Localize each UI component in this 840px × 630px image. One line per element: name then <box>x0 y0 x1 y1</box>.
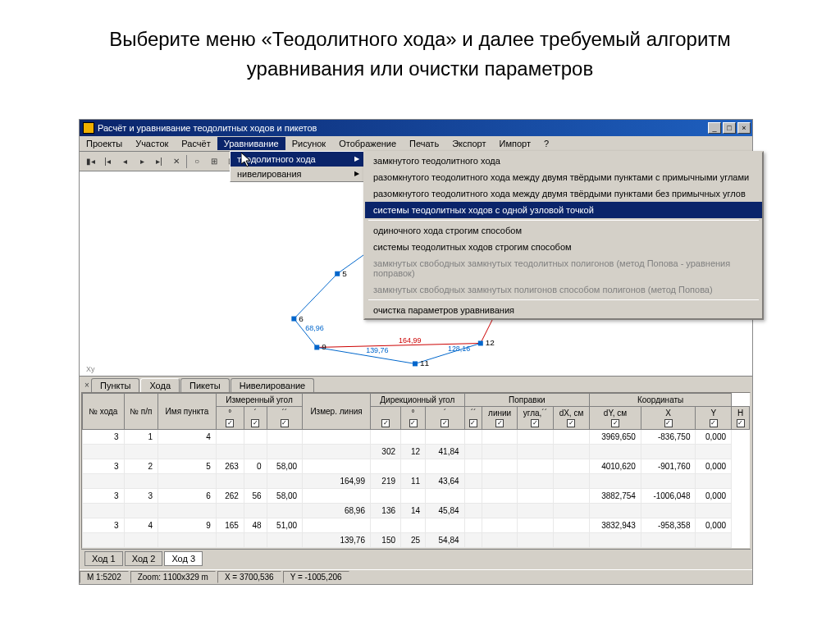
cell[interactable]: 25 <box>401 533 426 548</box>
cell[interactable] <box>401 430 426 445</box>
cell[interactable]: 1 <box>124 430 158 445</box>
cell[interactable] <box>553 489 589 504</box>
cell[interactable] <box>244 533 267 548</box>
cell[interactable] <box>426 489 464 504</box>
cell[interactable] <box>482 504 518 518</box>
cell[interactable] <box>464 445 482 459</box>
cell[interactable] <box>641 445 696 459</box>
cell[interactable] <box>401 459 426 474</box>
cell[interactable]: 165 <box>216 518 244 533</box>
cell[interactable] <box>303 459 371 474</box>
hod-tab[interactable]: Ход 1 <box>84 551 123 566</box>
cell[interactable] <box>553 474 589 489</box>
cell[interactable] <box>267 445 303 459</box>
cell[interactable] <box>553 533 589 548</box>
cell[interactable] <box>553 445 589 459</box>
cell[interactable] <box>158 504 217 518</box>
cell[interactable]: 4 <box>158 430 217 445</box>
cell[interactable]: 0,000 <box>696 489 732 504</box>
cell[interactable]: 3 <box>83 518 125 533</box>
cell[interactable] <box>517 518 553 533</box>
close-button[interactable]: × <box>737 122 751 134</box>
cell[interactable] <box>464 430 482 445</box>
cell[interactable]: -836,750 <box>641 430 696 445</box>
menu-импорт[interactable]: Импорт <box>492 137 536 150</box>
cell[interactable]: 11 <box>401 474 426 489</box>
menu-расчёт[interactable]: Расчёт <box>175 137 217 150</box>
menu-проекты[interactable]: Проекты <box>80 137 129 150</box>
cell[interactable] <box>371 459 401 474</box>
minimize-button[interactable]: _ <box>708 122 721 134</box>
cell[interactable]: 219 <box>371 474 401 489</box>
cell[interactable] <box>590 533 641 548</box>
menu-печать[interactable]: Печать <box>403 137 445 150</box>
menu-?[interactable]: ? <box>537 137 555 150</box>
table-row[interactable]: 3362625658,003882,754-1006,0480,000 <box>83 489 750 504</box>
cell[interactable] <box>216 445 244 459</box>
cell[interactable] <box>83 445 125 459</box>
submenu-item[interactable]: разомкнутого теодолитного хода между дву… <box>365 169 762 185</box>
dropdown-item[interactable]: нивелирования▶ <box>231 167 364 181</box>
cell[interactable]: 14 <box>401 504 426 518</box>
cell[interactable]: 0 <box>244 459 267 474</box>
cell[interactable] <box>696 504 732 518</box>
cell[interactable] <box>303 430 371 445</box>
cell[interactable] <box>482 518 518 533</box>
cell[interactable]: 5 <box>158 459 217 474</box>
cell[interactable]: 139,76 <box>303 533 371 548</box>
cell[interactable]: 4 <box>124 518 158 533</box>
cell[interactable]: 0,000 <box>696 459 732 474</box>
cell[interactable] <box>464 474 482 489</box>
cell[interactable] <box>426 518 464 533</box>
table-row[interactable]: 325263058,004010,620-901,7600,000 <box>83 459 750 474</box>
nav-last-button[interactable]: ✕ <box>169 154 184 169</box>
cell[interactable]: 51,00 <box>267 518 303 533</box>
cell[interactable]: 3 <box>83 459 125 474</box>
cell[interactable]: 43,64 <box>426 474 464 489</box>
cell[interactable]: 3832,943 <box>590 518 641 533</box>
cell[interactable]: 150 <box>371 533 401 548</box>
cell[interactable]: 68,96 <box>303 504 371 518</box>
menu-уравнивание[interactable]: Уравнивание <box>217 137 285 150</box>
submenu-item[interactable]: разомкнутого теодолитного хода между дву… <box>365 185 762 202</box>
cell[interactable]: 302 <box>371 445 401 459</box>
cell[interactable] <box>244 430 267 445</box>
cell[interactable] <box>696 474 732 489</box>
cell[interactable] <box>464 489 482 504</box>
cell[interactable]: 3882,754 <box>590 489 641 504</box>
cell[interactable] <box>696 533 732 548</box>
cell[interactable]: 263 <box>216 459 244 474</box>
cell[interactable] <box>303 518 371 533</box>
cell[interactable] <box>83 504 125 518</box>
submenu-item[interactable]: системы теодолитных ходов с одной узлово… <box>365 202 762 218</box>
nav-prev-page-button[interactable]: |◂ <box>100 154 115 169</box>
dropdown-item[interactable]: теодолитного хода▶ <box>231 152 364 167</box>
cell[interactable] <box>590 445 641 459</box>
cell[interactable] <box>124 474 158 489</box>
nav-prev-button[interactable]: ◂ <box>117 154 132 169</box>
cell[interactable] <box>303 489 371 504</box>
cell[interactable]: 0,000 <box>696 430 732 445</box>
table-row[interactable]: 3021241,84 <box>83 445 750 459</box>
cell[interactable] <box>482 445 518 459</box>
submenu-item[interactable]: одиночного хода строгим способом <box>365 222 762 239</box>
cell[interactable] <box>158 533 217 548</box>
nav-next-button[interactable]: ▸ <box>135 154 149 169</box>
cell[interactable]: 54,84 <box>426 533 464 548</box>
cell[interactable] <box>553 518 589 533</box>
cell[interactable] <box>267 430 303 445</box>
cell[interactable] <box>244 504 267 518</box>
cell[interactable] <box>517 533 553 548</box>
cell[interactable] <box>553 459 589 474</box>
cell[interactable] <box>216 533 244 548</box>
cell[interactable]: -1006,048 <box>641 489 696 504</box>
table-row[interactable]: 139,761502554,84 <box>83 533 750 548</box>
maximize-button[interactable]: □ <box>723 122 736 134</box>
cell[interactable] <box>482 474 518 489</box>
cell[interactable] <box>464 533 482 548</box>
close-panel-icon[interactable]: × <box>81 381 91 390</box>
cell[interactable] <box>517 474 553 489</box>
cell[interactable]: -901,760 <box>641 459 696 474</box>
cell[interactable] <box>371 489 401 504</box>
cell[interactable] <box>464 504 482 518</box>
